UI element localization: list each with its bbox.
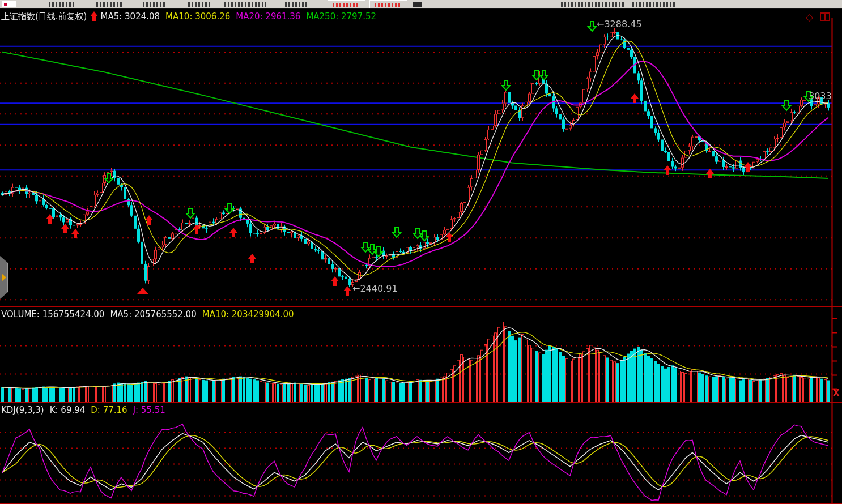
app-logo-icon[interactable]: [2, 1, 16, 7]
menu-item[interactable]: [561, 2, 624, 7]
chart-title-row: 上证指数(日线.前复权)MA5: 3024.08MA10: 3006.26MA2…: [1, 11, 376, 22]
volume-ma10-value: MA10: 203429904.00: [202, 309, 294, 319]
kdj-name: KDJ(9,3,3): [1, 405, 44, 415]
latest-price-annotation: 3033: [809, 91, 832, 102]
menu-item[interactable]: [49, 2, 74, 7]
menu-hot-button[interactable]: [328, 0, 365, 8]
menu-item[interactable]: [96, 2, 122, 7]
volume-header-row: VOLUME: 156755424.00MA5: 205765552.00MA1…: [1, 309, 294, 320]
instrument-title: 上证指数(日线.前复权): [1, 11, 87, 22]
kdj-k-value: K: 69.94: [50, 405, 86, 415]
ma10-value: MA10: 3006.26: [165, 11, 230, 22]
low-price-annotation: ←2440.91: [352, 283, 398, 294]
ma5-value: MA5: 3024.08: [100, 11, 160, 22]
menu-item[interactable]: [632, 2, 677, 7]
window-split-icon[interactable]: [820, 12, 830, 21]
menu-item[interactable]: [188, 2, 210, 7]
volume-chart[interactable]: [0, 307, 842, 403]
menu-icon[interactable]: [413, 2, 422, 7]
close-pane-x-button[interactable]: X: [833, 387, 840, 399]
menu-bar: [0, 0, 842, 9]
diamond-icon[interactable]: ◇: [806, 11, 813, 23]
ma20-value: MA20: 2961.36: [236, 11, 300, 22]
menu-item[interactable]: [285, 2, 308, 7]
sidebar-flyout-handle[interactable]: [0, 256, 8, 299]
red-up-arrow-icon: [90, 11, 98, 21]
kdj-chart[interactable]: [0, 403, 842, 504]
menu-item[interactable]: [143, 2, 167, 7]
trading-app-window: 上证指数(日线.前复权)MA5: 3024.08MA10: 3006.26MA2…: [0, 0, 842, 504]
volume-ma5-value: MA5: 205765552.00: [110, 309, 196, 319]
volume-value: VOLUME: 156755424.00: [1, 309, 104, 319]
peak-price-annotation: ←3288.45: [597, 19, 642, 30]
ma250-value: MA250: 2797.52: [306, 11, 376, 22]
menu-hot-button[interactable]: [369, 0, 407, 8]
kdj-j-value: J: 55.51: [133, 405, 165, 415]
main-candlestick-chart[interactable]: [0, 9, 842, 307]
kdj-d-value: D: 77.16: [91, 405, 127, 415]
right-triangle-icon: [2, 274, 6, 281]
kdj-header-row: KDJ(9,3,3)K: 69.94D: 77.16J: 55.51: [1, 404, 165, 416]
menu-item[interactable]: [224, 2, 266, 7]
